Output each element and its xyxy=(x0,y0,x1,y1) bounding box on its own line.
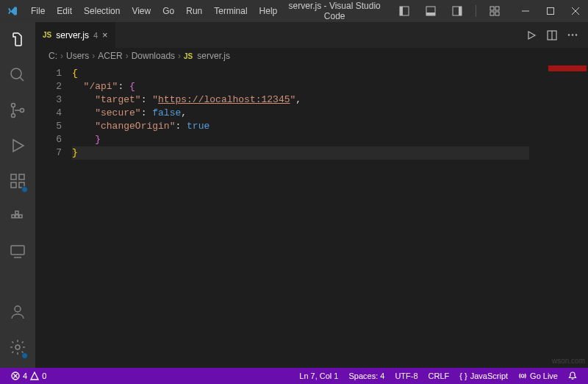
customize-layout-icon[interactable] xyxy=(482,0,507,22)
braces-icon: { } xyxy=(459,371,467,380)
extensions-icon[interactable] xyxy=(0,163,35,199)
code-token: true xyxy=(187,121,209,132)
svg-rect-31 xyxy=(548,31,556,40)
line-number: 6 xyxy=(35,133,72,146)
line-number-gutter: 1 2 3 4 5 6 7 xyxy=(35,64,72,368)
svg-rect-23 xyxy=(12,215,15,218)
search-icon[interactable] xyxy=(0,57,35,93)
svg-line-13 xyxy=(572,7,579,15)
run-icon[interactable] xyxy=(523,27,539,43)
code-token: "/api" xyxy=(84,81,118,92)
svg-rect-7 xyxy=(495,7,499,10)
chevron-right-icon: › xyxy=(92,51,95,61)
toggle-secondary-sidebar-icon[interactable] xyxy=(445,0,470,22)
svg-line-38 xyxy=(14,374,18,378)
line-number: 7 xyxy=(35,146,72,160)
svg-line-12 xyxy=(572,7,579,15)
svg-rect-2 xyxy=(426,7,435,15)
minimap-error-region xyxy=(548,65,587,71)
status-go-live[interactable]: Go Live xyxy=(513,371,563,380)
status-problems[interactable]: 4 0 xyxy=(6,368,51,384)
run-debug-icon[interactable] xyxy=(0,128,35,163)
svg-rect-9 xyxy=(495,12,499,15)
svg-point-36 xyxy=(12,372,19,380)
javascript-file-icon: JS xyxy=(184,52,193,60)
status-indentation[interactable]: Spaces: 4 xyxy=(343,371,390,380)
menu-view[interactable]: View xyxy=(126,0,157,22)
svg-rect-5 xyxy=(459,7,462,15)
breadcrumbs[interactable]: C: › Users › ACER › Downloads › JS serve… xyxy=(35,48,588,64)
tab-problem-count: 4 xyxy=(93,31,98,40)
svg-point-14 xyxy=(11,68,21,79)
line-number: 1 xyxy=(35,67,72,80)
more-actions-icon[interactable] xyxy=(564,27,581,43)
line-number: 2 xyxy=(35,80,72,93)
toggle-primary-sidebar-icon[interactable] xyxy=(392,0,417,22)
badge-icon xyxy=(21,352,28,359)
code-content[interactable]: { "/api": { "target": "https://localhost… xyxy=(72,64,529,368)
code-token: { xyxy=(129,81,135,92)
close-button[interactable] xyxy=(563,0,588,22)
svg-point-34 xyxy=(572,34,573,35)
breadcrumb-segment[interactable]: ACER xyxy=(98,51,122,61)
svg-rect-22 xyxy=(19,174,24,179)
breadcrumb-segment[interactable]: C: xyxy=(49,51,57,61)
breadcrumb-segment[interactable]: Users xyxy=(66,51,89,61)
menu-help[interactable]: Help xyxy=(254,0,284,22)
breadcrumb-segment[interactable]: Downloads xyxy=(132,51,175,61)
code-token: , xyxy=(181,107,187,118)
source-control-icon[interactable] xyxy=(0,93,35,128)
code-token: } xyxy=(95,134,101,145)
code-editor[interactable]: 1 2 3 4 5 6 7 { "/api": { "target": "htt… xyxy=(35,64,588,368)
menu-selection[interactable]: Selection xyxy=(78,0,126,22)
menu-file[interactable]: File xyxy=(25,0,51,22)
breadcrumb-file[interactable]: server.js xyxy=(197,51,230,61)
remote-icon[interactable] xyxy=(0,234,35,269)
svg-rect-3 xyxy=(426,13,435,15)
tab-server-js[interactable]: JS server.js 4 × xyxy=(35,22,116,48)
menu-go[interactable]: Go xyxy=(157,0,180,22)
tab-close-icon[interactable]: × xyxy=(102,29,108,40)
explorer-icon[interactable] xyxy=(0,22,35,57)
status-encoding[interactable]: UTF-8 xyxy=(390,371,423,380)
svg-rect-6 xyxy=(490,7,494,10)
svg-rect-19 xyxy=(11,174,16,179)
toggle-panel-icon[interactable] xyxy=(418,0,443,22)
menu-terminal[interactable]: Terminal xyxy=(208,0,253,22)
svg-point-29 xyxy=(15,306,21,312)
editor-actions xyxy=(516,22,588,48)
docker-icon[interactable] xyxy=(0,199,35,234)
status-cursor-position[interactable]: Ln 7, Col 1 xyxy=(294,371,343,380)
code-token: "changeOrigin" xyxy=(95,121,175,132)
code-token: https://localhost:12345 xyxy=(158,94,290,105)
activity-bar xyxy=(0,22,35,368)
svg-point-17 xyxy=(12,114,15,118)
svg-rect-25 xyxy=(19,215,22,218)
menu-run[interactable]: Run xyxy=(180,0,208,22)
settings-gear-icon[interactable] xyxy=(0,330,35,365)
svg-line-37 xyxy=(14,374,18,378)
svg-point-39 xyxy=(521,374,524,377)
svg-rect-0 xyxy=(400,7,409,15)
warning-count: 0 xyxy=(42,371,46,380)
javascript-file-icon: JS xyxy=(43,31,51,39)
watermark: wson.com xyxy=(552,357,585,365)
status-language-mode[interactable]: { } JavaScript xyxy=(454,371,513,380)
svg-rect-24 xyxy=(15,215,18,218)
minimap[interactable] xyxy=(529,64,588,368)
accounts-icon[interactable] xyxy=(0,294,35,330)
menu-edit[interactable]: Edit xyxy=(51,0,78,22)
svg-rect-8 xyxy=(490,12,494,15)
code-token: { xyxy=(72,68,78,79)
maximize-button[interactable] xyxy=(538,0,563,22)
split-editor-icon[interactable] xyxy=(544,27,560,43)
svg-line-15 xyxy=(20,77,24,81)
status-notifications-icon[interactable] xyxy=(563,371,582,380)
minimize-button[interactable] xyxy=(513,0,538,22)
separator xyxy=(476,5,476,17)
code-token: , xyxy=(295,94,301,105)
go-live-label: Go Live xyxy=(530,371,558,380)
line-number: 3 xyxy=(35,93,72,107)
status-eol[interactable]: CRLF xyxy=(423,371,455,380)
code-token: "secure" xyxy=(95,107,140,118)
